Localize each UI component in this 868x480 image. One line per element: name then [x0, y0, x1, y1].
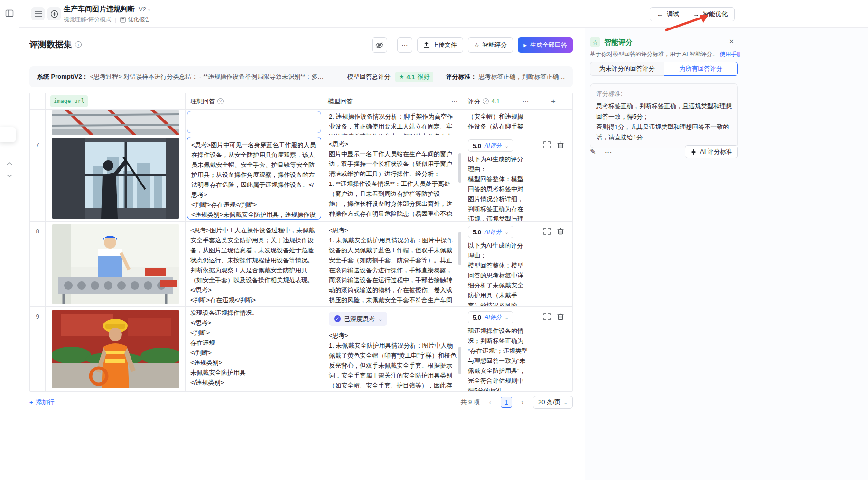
row-number: 9 — [30, 307, 46, 391]
tab-score-all[interactable]: 为所有回答评分 — [664, 62, 738, 76]
chevron-down-icon: ⌄ — [504, 313, 508, 323]
score-cell[interactable]: （安全帽）和违规操作设备（站在脚手架 — [463, 110, 534, 135]
scrollbar-thumb[interactable] — [458, 347, 461, 374]
score-cell[interactable]: 5.0 AI评分 ⌄ 以下为AI生成的评分理由： 模型回答整体：模型回答的思考标… — [463, 222, 534, 306]
page-title: 评测数据集 — [29, 39, 72, 50]
row-actions-cell — [534, 307, 572, 391]
edit-icon[interactable]: ✎ — [590, 148, 596, 156]
criteria-editor[interactable]: 评分标准: 思考标签正确，判断标签正确，且违规类型和理想回答一致，得5分； 否则… — [590, 83, 738, 148]
add-row-button[interactable]: + 添加行 — [29, 398, 55, 406]
more-icon[interactable]: ⋯ — [605, 148, 613, 157]
optimize-report-link[interactable]: 优化报告 — [120, 16, 150, 24]
manual-link[interactable]: 使用手册 — [719, 51, 740, 57]
rail-active-pill[interactable] — [0, 127, 16, 142]
plus-icon: + — [551, 96, 555, 106]
system-prompt-summary: <思考过程> 对错误样本进行分类总结： - **违规操作设备举例局限导致未识别*… — [90, 73, 327, 81]
chevron-down-icon: ⌄ — [378, 314, 382, 324]
panel-description: 基于你对模型回答的评分标准，用于 AI 智能评分。 — [590, 51, 718, 57]
criteria-text: 思考标签正确，判断标签正确，且违规类型和理想回答一致，得5分； 否则得1分，尤其… — [596, 101, 732, 143]
top-header: 生产车间图片违规判断 V2 ⌄ 视觉理解-评分模式 | 优化报告 ← 调试 — [19, 0, 868, 28]
delete-icon[interactable] — [557, 228, 564, 235]
smart-score-button[interactable]: ☆ 智能评分 — [468, 37, 513, 53]
more-actions-button[interactable]: ⋯ — [397, 37, 412, 53]
chevron-down-icon: ⌄ — [504, 227, 508, 237]
upload-file-button[interactable]: 上传文件 — [417, 37, 463, 53]
debug-button[interactable]: ← 调试 — [650, 8, 686, 21]
page-size-select[interactable]: 20 条/页 ⌄ — [533, 396, 573, 409]
header-image-url[interactable]: image_url — [46, 93, 186, 109]
deep-think-chip[interactable]: ✓ 已深度思考 ⌄ — [329, 312, 387, 326]
header-ideal-answer[interactable]: 理想回答 ? — [186, 93, 323, 109]
delete-icon[interactable] — [557, 313, 564, 320]
score-cell[interactable]: 5.0 AI评分 ⌄ 现违规操作设备的情况；判断标签正确为“存在违规”；违规类型… — [463, 307, 534, 391]
total-score-value: 4.1 — [406, 74, 415, 81]
header-score[interactable]: 评分 ? 4.1 ⋯ — [463, 93, 534, 109]
report-icon — [120, 17, 126, 23]
model-answer-cell[interactable]: <思考> 图片中显示一名工作人员站在生产车间的窗户边，双手握持一个长杆状设备（疑… — [323, 135, 463, 221]
chevron-up-icon[interactable] — [6, 159, 13, 164]
tab-score-unscored[interactable]: 为未评分的回答评分 — [590, 62, 664, 76]
eval-table: image_url 理想回答 ? 模型回答 ⋯ 评分 ? 4.1 ⋯ + — [29, 93, 573, 392]
menu-button[interactable] — [31, 7, 45, 20]
forward-arrow-icon: → — [693, 11, 699, 18]
close-icon[interactable]: ✕ — [729, 38, 734, 45]
generate-all-button[interactable]: ▶ 生成全部回答 — [518, 37, 573, 53]
next-page-button[interactable]: › — [517, 397, 528, 408]
ideal-answer-cell[interactable]: <思考>图片中可见一名身穿蓝色工作服的人员在操作设备，从安全防护用具角度观察，该… — [186, 135, 323, 221]
total-score-label: 模型回答总评分 — [347, 73, 391, 81]
ideal-answer-cell[interactable]: <思考>图片中工人在操作设备过程中，未佩戴安全手套这类安全防护用具；关于违规操作… — [186, 222, 323, 306]
image-cell[interactable] — [46, 135, 186, 221]
model-answer-cell[interactable]: 2. 违规操作设备情况分析：脚手架作为高空作业设备，其正确使用要求工人站立在固定… — [323, 110, 463, 135]
image-cell[interactable] — [46, 307, 186, 391]
row-photo[interactable] — [52, 310, 179, 388]
expand-icon[interactable] — [543, 313, 551, 320]
row-number: 7 — [30, 135, 46, 221]
left-rail — [0, 0, 19, 480]
add-node-button[interactable] — [47, 7, 61, 20]
header-model-answer[interactable]: 模型回答 ⋯ — [323, 93, 463, 109]
image-cell[interactable] — [46, 222, 186, 306]
criteria-label: 评分标准： — [446, 73, 476, 81]
score-cell[interactable]: 5.0 AI评分 ⌄ 以下为AI生成的评分理由： 模型回答整体：模型回答的思考标… — [463, 135, 534, 221]
expand-icon[interactable] — [543, 228, 551, 235]
chevron-down-icon[interactable] — [6, 172, 13, 176]
row-photo[interactable] — [52, 110, 179, 135]
system-prompt-bar[interactable]: 系统 Prompt/V2： <思考过程> 对错误样本进行分类总结： - **违规… — [29, 66, 573, 87]
ai-criteria-button[interactable]: AI 评分标准 — [685, 145, 738, 158]
highlighted-cell[interactable]: <思考>图片中可见一名身穿蓝色工作服的人员在操作设备，从安全防护用具角度观察，该… — [187, 137, 321, 220]
expand-icon[interactable] — [543, 141, 551, 148]
ideal-answer-cell[interactable]: 发现设备违规操作情况。 </思考> <判断> 存在违规 </判断> <违规类别>… — [186, 307, 323, 391]
model-answer-cell[interactable]: <思考> 1. 未佩戴安全防护用具情况分析：图片中操作设备的人员佩戴了蓝色工作帽… — [323, 222, 463, 306]
table-row: 8 — [30, 222, 572, 307]
score-average: 4.1 — [491, 96, 500, 106]
header-row-number — [30, 93, 46, 109]
prev-page-button[interactable]: ‹ — [485, 397, 496, 408]
delete-icon[interactable] — [557, 141, 564, 148]
sidebar-toggle-icon[interactable] — [5, 9, 14, 18]
scrollbar-thumb[interactable] — [458, 232, 461, 265]
score-reason: 现违规操作设备的情况；判断标签正确为“存在违规”；违规类型与理想回答一致为“未佩… — [468, 326, 529, 391]
smart-optimize-button[interactable]: → 智能优化 — [686, 8, 734, 21]
table-footer: + 添加行 共 9 项 ‹ 1 › 20 条/页 ⌄ — [29, 396, 573, 409]
scrollbar-thumb[interactable] — [458, 153, 461, 183]
hide-column-button[interactable] — [372, 37, 387, 53]
total-score-badge: ★ 4.1 很好 — [395, 72, 434, 82]
version-selector[interactable]: V2 ⌄ — [139, 6, 151, 13]
chevron-down-icon: ⌄ — [504, 141, 508, 151]
ideal-answer-cell[interactable] — [186, 110, 323, 135]
score-chip[interactable]: 5.0 AI评分 ⌄ — [468, 311, 513, 323]
upload-icon — [423, 42, 429, 48]
header-add-column[interactable]: + — [534, 93, 572, 109]
row-photo[interactable] — [52, 224, 179, 304]
score-chip[interactable]: 5.0 AI评分 ⌄ — [468, 226, 513, 238]
criteria-editor-label: 评分标准: — [596, 89, 732, 99]
model-column-more-icon[interactable]: ⋯ — [451, 96, 458, 106]
score-chip[interactable]: 5.0 AI评分 ⌄ — [468, 139, 513, 152]
model-answer-cell[interactable]: ✓ 已深度思考 ⌄ <思考> 1. 未佩戴安全防护用具情况分析：图片中人物佩戴了… — [323, 307, 463, 391]
row-photo[interactable] — [52, 138, 179, 219]
score-column-more-icon[interactable]: ⋯ — [523, 96, 529, 106]
total-score-text: 很好 — [417, 73, 429, 81]
highlighted-cell[interactable] — [187, 111, 321, 133]
current-page[interactable]: 1 — [501, 397, 512, 408]
image-cell[interactable] — [46, 110, 186, 135]
